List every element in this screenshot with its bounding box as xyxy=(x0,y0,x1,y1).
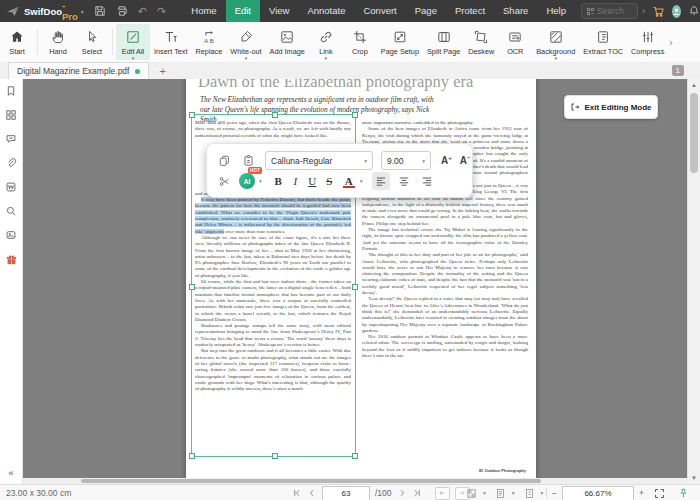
menu-edit[interactable]: Edit xyxy=(226,0,260,22)
tool-deskew[interactable]: Deskew xyxy=(464,24,498,60)
previous-page-button[interactable] xyxy=(307,488,317,498)
account-avatar[interactable] xyxy=(672,5,681,18)
last-page-button[interactable] xyxy=(412,488,422,498)
align-right-button[interactable] xyxy=(418,172,436,190)
promo-gift-button[interactable] xyxy=(0,247,22,271)
print-icon[interactable] xyxy=(116,5,128,17)
font-color-button[interactable]: A xyxy=(342,175,356,187)
bell-icon[interactable] xyxy=(688,5,700,17)
single-page-view-select[interactable]: 1 ▾ xyxy=(524,488,544,499)
scroll-down-button[interactable]: ▼ xyxy=(688,472,700,484)
horizontal-scroll-thumb[interactable] xyxy=(81,479,541,483)
cut-button[interactable] xyxy=(215,172,233,190)
tool-extract-toc[interactable]: Extract TOC xyxy=(579,24,627,60)
tool-background[interactable]: Background ▾ xyxy=(532,24,579,60)
tool-edit-all[interactable]: Edit All ▾ xyxy=(116,24,150,60)
exit-editing-mode-button[interactable]: Exit Editing Mode xyxy=(564,95,658,119)
tool-page-setup[interactable]: Page Setup xyxy=(377,24,423,60)
next-page-button[interactable] xyxy=(397,488,407,498)
zoom-in-button[interactable]: + xyxy=(639,488,644,498)
menu-annotate[interactable]: Annotate xyxy=(298,0,354,22)
tool-white-out[interactable]: White-out ▾ xyxy=(226,24,265,60)
strikethrough-button[interactable]: S xyxy=(321,175,338,187)
current-page-input[interactable] xyxy=(322,486,370,500)
resize-handle[interactable] xyxy=(189,112,195,118)
ocr-icon xyxy=(507,29,523,45)
paragraph: Her 2016 outdoor portrait at Windsor Cas… xyxy=(362,334,528,359)
bookmarks-panel-button[interactable] xyxy=(0,79,22,103)
resize-handle[interactable] xyxy=(189,453,195,459)
paragraph: Banknotes and postage stamps tell the sa… xyxy=(195,323,351,348)
dropdown-caret-icon: ▾ xyxy=(325,55,328,61)
search-input[interactable] xyxy=(595,5,633,17)
images-panel-button[interactable] xyxy=(0,223,22,247)
align-left-button[interactable] xyxy=(372,172,390,190)
tool-split-page[interactable]: Split Page xyxy=(423,24,464,60)
history-back-button[interactable] xyxy=(435,487,450,500)
paragraph-highlighted: It may have been painted by Federico Zuc… xyxy=(195,197,351,235)
pdf-page[interactable]: Dawn of the Elizabethan photography era … xyxy=(186,79,536,478)
menu-view[interactable]: View xyxy=(260,0,298,22)
tool-hand[interactable]: Hand xyxy=(41,24,75,60)
extract-toc-icon xyxy=(595,29,611,45)
tool-select[interactable]: Select xyxy=(75,24,109,60)
background-mode-select[interactable]: ▾ xyxy=(466,488,486,499)
tool-replace[interactable]: AB Replace xyxy=(192,24,227,60)
page-layout-select[interactable]: ▾ xyxy=(495,488,515,499)
search-box[interactable] xyxy=(581,3,638,19)
app-logo[interactable]: SwifDoo-Pro ▾ xyxy=(6,0,84,22)
vertical-scroll-thumb[interactable] xyxy=(690,93,698,173)
copy-button[interactable] xyxy=(215,152,233,170)
tool-start[interactable]: Start xyxy=(0,24,34,60)
font-size-select[interactable]: 9.00 ▾ xyxy=(381,151,431,170)
menu-home[interactable]: Home xyxy=(182,0,225,22)
menu-help[interactable]: Help xyxy=(537,0,575,22)
menu-protect[interactable]: Protect xyxy=(446,0,494,22)
search-panel-button[interactable] xyxy=(0,199,22,223)
bold-button[interactable]: B xyxy=(270,175,287,187)
menu-convert[interactable]: Convert xyxy=(354,0,405,22)
pin-icon[interactable] xyxy=(678,488,689,499)
resize-handle[interactable] xyxy=(352,284,358,290)
comments-panel-button[interactable] xyxy=(0,127,22,151)
zoom-level-input[interactable] xyxy=(562,486,634,500)
resize-handle[interactable] xyxy=(272,453,278,459)
document-tab[interactable]: Digital Magazine Example.pdf xyxy=(8,62,149,79)
attachments-panel-button[interactable] xyxy=(0,151,22,175)
undo-icon[interactable]: ↶ xyxy=(138,5,147,18)
ai-assistant-button[interactable]: AI HOT xyxy=(239,173,255,189)
new-tab-button[interactable]: + xyxy=(159,65,165,77)
menu-page[interactable]: Page xyxy=(406,0,446,22)
align-center-button[interactable] xyxy=(395,172,413,190)
redo-icon[interactable]: ↷ xyxy=(157,5,166,18)
expand-chevron-icon[interactable]: › xyxy=(642,6,645,16)
fullscreen-button[interactable] xyxy=(654,488,665,499)
chevron-down-icon[interactable]: ▾ xyxy=(81,8,84,15)
tool-link[interactable]: Link ▾ xyxy=(309,24,343,60)
resize-handle[interactable] xyxy=(352,453,358,459)
tool-add-image[interactable]: Add Image xyxy=(266,24,309,60)
tool-crop[interactable]: Crop xyxy=(343,24,377,60)
tool-insert-text[interactable]: Insert Text xyxy=(150,24,192,60)
zoom-out-button[interactable]: − xyxy=(552,488,557,498)
collapse-sidebar-button[interactable]: « xyxy=(0,468,22,478)
chevron-down-icon[interactable]: ▾ xyxy=(360,178,363,184)
first-page-button[interactable] xyxy=(292,488,302,498)
cart-icon[interactable] xyxy=(652,5,665,18)
thumbnails-panel-button[interactable] xyxy=(0,103,22,127)
menu-share[interactable]: Share xyxy=(494,0,537,22)
tool-compress[interactable]: Compress xyxy=(627,24,668,60)
underline-button[interactable]: U xyxy=(304,175,321,187)
vertical-scrollbar[interactable]: ▲ ▼ xyxy=(687,79,700,484)
chevron-down-icon[interactable]: ▾ xyxy=(259,178,262,184)
toolbar-overflow-chevron[interactable]: › xyxy=(669,37,672,48)
document-canvas[interactable]: Dawn of the Elizabethan photography era … xyxy=(23,79,688,478)
tool-ocr[interactable]: OCR xyxy=(498,24,532,60)
word-convert-button[interactable] xyxy=(0,175,22,199)
increase-font-button[interactable]: A+ xyxy=(441,155,452,166)
decrease-font-button[interactable]: A− xyxy=(460,155,471,166)
scroll-up-button[interactable]: ▲ xyxy=(688,79,700,91)
font-family-select[interactable]: Calluna-Regular ▾ xyxy=(265,151,373,170)
italic-button[interactable]: I xyxy=(287,175,304,187)
save-icon[interactable] xyxy=(94,5,106,17)
